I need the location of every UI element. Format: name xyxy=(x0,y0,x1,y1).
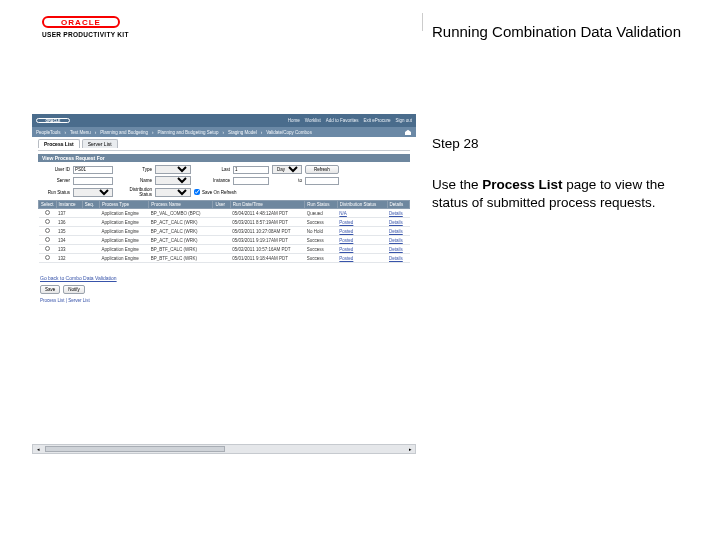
bottom-tab-links[interactable]: Process List | Server List xyxy=(40,298,408,303)
notify-button[interactable]: Notify xyxy=(63,285,85,294)
select-runstatus[interactable] xyxy=(73,188,113,197)
details-link[interactable]: Details xyxy=(389,229,403,234)
input-last[interactable] xyxy=(233,166,269,174)
col-3[interactable]: Process Type xyxy=(99,201,148,209)
cell: Application Engine xyxy=(99,209,148,218)
dist-status-link[interactable]: Posted xyxy=(339,247,353,252)
details-link[interactable]: Details xyxy=(389,256,403,261)
input-to[interactable] xyxy=(305,177,339,185)
brand-subtitle: USER PRODUCTIVITY KIT xyxy=(42,31,129,38)
lbl-runstatus: Run Status xyxy=(40,190,70,195)
refresh-button[interactable]: Refresh xyxy=(305,165,339,174)
details-link[interactable]: Details xyxy=(389,211,403,216)
lbl-server: Server xyxy=(40,178,70,183)
cell: 136 xyxy=(56,218,82,227)
cell: 05/01/2011 9:18:44AM PDT xyxy=(230,254,304,263)
bc-2[interactable]: Planning and Budgeting xyxy=(100,130,148,135)
table-row: 132Application EngineBP_BTF_CALC (WRK)05… xyxy=(39,254,410,263)
cell: Success xyxy=(305,254,338,263)
input-userid[interactable] xyxy=(73,166,113,174)
cell: BP_ACT_CALC (WRK) xyxy=(149,218,213,227)
dist-status-link[interactable]: Posted xyxy=(339,220,353,225)
cell[interactable] xyxy=(39,209,57,218)
cell xyxy=(82,236,99,245)
cell: Success xyxy=(305,218,338,227)
row-select[interactable] xyxy=(45,219,50,224)
row-select[interactable] xyxy=(45,228,50,233)
scroll-right-icon[interactable]: ▸ xyxy=(405,445,415,453)
row-select[interactable] xyxy=(45,210,50,215)
cell: Posted xyxy=(337,245,387,254)
filters-title: View Process Request For xyxy=(38,154,410,162)
save-on-refresh[interactable]: Save On Refresh xyxy=(194,189,302,195)
input-instance[interactable] xyxy=(233,177,269,185)
select-type[interactable] xyxy=(155,165,191,174)
col-9[interactable]: Details xyxy=(387,201,410,209)
dist-status-link[interactable]: Posted xyxy=(339,256,353,261)
cell[interactable] xyxy=(39,254,57,263)
save-on-refresh-label: Save On Refresh xyxy=(202,190,237,195)
lbl-last: Last xyxy=(194,167,230,172)
tab-server-list[interactable]: Server List xyxy=(82,139,118,148)
cell[interactable] xyxy=(39,218,57,227)
details-link[interactable]: Details xyxy=(389,220,403,225)
cell: BP_ACT_CALC (WRK) xyxy=(149,236,213,245)
details-link[interactable]: Details xyxy=(389,238,403,243)
ps-link-exit[interactable]: Exit eProcure xyxy=(363,118,390,123)
scroll-left-icon[interactable]: ◂ xyxy=(33,445,43,453)
cell: Details xyxy=(387,236,410,245)
details-link[interactable]: Details xyxy=(389,247,403,252)
cell: 05/03/2011 9:19:17AM PDT xyxy=(230,236,304,245)
bc-5[interactable]: Validate/Copy Combos xyxy=(266,130,312,135)
cell: N/A xyxy=(337,209,387,218)
row-select[interactable] xyxy=(45,255,50,260)
ps-link-home[interactable]: Home xyxy=(288,118,300,123)
col-0[interactable]: Select xyxy=(39,201,57,209)
tabs: Process List Server List xyxy=(38,139,410,148)
bc-3[interactable]: Planning and Budgeting Setup xyxy=(158,130,219,135)
table-row: 134Application EngineBP_ACT_CALC (WRK)05… xyxy=(39,236,410,245)
cell: BP_ACT_CALC (WRK) xyxy=(149,227,213,236)
row-select[interactable] xyxy=(45,237,50,242)
col-5[interactable]: User xyxy=(213,201,230,209)
select-name[interactable] xyxy=(155,176,191,185)
bc-0[interactable]: PeopleTools xyxy=(36,130,61,135)
row-select[interactable] xyxy=(45,246,50,251)
input-server[interactable] xyxy=(73,177,113,185)
tab-process-list[interactable]: Process List xyxy=(38,139,80,148)
cell[interactable] xyxy=(39,245,57,254)
cell: Queued xyxy=(305,209,338,218)
bc-4[interactable]: Staging Model xyxy=(228,130,257,135)
ps-link-fav[interactable]: Add to Favorites xyxy=(326,118,359,123)
select-range[interactable]: Days xyxy=(272,165,302,174)
tab-divider xyxy=(38,150,410,151)
col-2[interactable]: Seq. xyxy=(82,201,99,209)
save-on-refresh-checkbox[interactable] xyxy=(194,189,200,195)
select-diststatus[interactable] xyxy=(155,188,191,197)
col-4[interactable]: Process Name xyxy=(149,201,213,209)
cell xyxy=(82,218,99,227)
back-link[interactable]: Go back to Combo Data Validation xyxy=(40,275,117,281)
col-1[interactable]: Instance xyxy=(56,201,82,209)
ps-link-signout[interactable]: Sign out xyxy=(395,118,412,123)
ps-link-worklist[interactable]: Worklist xyxy=(305,118,321,123)
process-grid: SelectInstanceSeq.Process TypeProcess Na… xyxy=(38,200,410,263)
dist-status-link[interactable]: Posted xyxy=(339,229,353,234)
col-6[interactable]: Run Date/Time xyxy=(230,201,304,209)
cell: 132 xyxy=(56,254,82,263)
horizontal-scrollbar[interactable]: ◂ ▸ xyxy=(32,444,416,454)
ps-top-links: Home Worklist Add to Favorites Exit ePro… xyxy=(288,118,412,123)
save-button[interactable]: Save xyxy=(40,285,60,294)
bc-1[interactable]: Test Menu xyxy=(70,130,91,135)
cell[interactable] xyxy=(39,236,57,245)
cell: 05/03/2011 10:27:08AM PDT xyxy=(230,227,304,236)
cell[interactable] xyxy=(39,227,57,236)
dist-status-link[interactable]: Posted xyxy=(339,238,353,243)
breadcrumb: PeopleTools› Test Menu› Planning and Bud… xyxy=(32,127,416,137)
bc-home-icon[interactable] xyxy=(404,129,412,135)
cell: 137 xyxy=(56,209,82,218)
col-8[interactable]: Distribution Status xyxy=(337,201,387,209)
col-7[interactable]: Run Status xyxy=(305,201,338,209)
dist-status-link[interactable]: N/A xyxy=(339,211,347,216)
scroll-thumb[interactable] xyxy=(45,446,225,452)
